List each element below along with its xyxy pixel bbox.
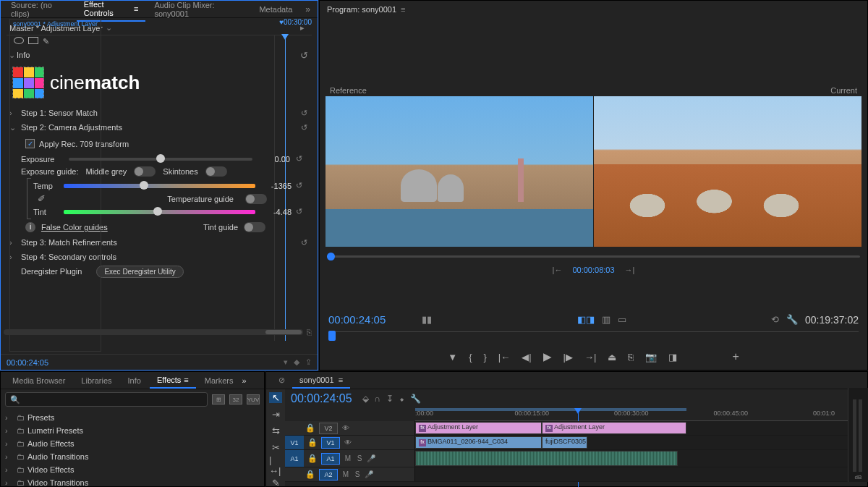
reset-icon[interactable]: ↺	[296, 207, 307, 216]
panel-menu-icon[interactable]: ≡	[401, 5, 405, 14]
voiceover-icon[interactable]: 🎤	[365, 454, 377, 462]
lock-icon[interactable]: 🔒	[304, 423, 317, 433]
lock-icon[interactable]: 🔒	[304, 470, 317, 479]
no-seq-icon[interactable]: ⊘	[271, 376, 292, 385]
sequence-tab[interactable]: sony0001≡	[292, 373, 350, 389]
track-target-v2[interactable]: V2	[319, 423, 338, 434]
exposure-slider[interactable]	[69, 158, 252, 161]
tree-item-lumetri[interactable]: ›🗀Lumetri Presets	[5, 424, 260, 437]
tree-item-presets[interactable]: ›🗀Presets	[5, 411, 260, 424]
slip-tool-icon[interactable]: |↔|	[269, 459, 282, 472]
ec-timecode[interactable]: 00:00:24:05	[7, 358, 48, 367]
mark-out-icon[interactable]: }	[483, 352, 486, 363]
eye-icon[interactable]: 👁	[342, 439, 354, 446]
reset-icon[interactable]: ↺	[296, 181, 307, 190]
audio-meters[interactable]: dB	[848, 388, 868, 482]
tree-item-video-trans[interactable]: ›🗀Video Transitions	[5, 476, 260, 487]
work-area-bar[interactable]	[415, 408, 686, 411]
tab-metadata[interactable]: Metadata	[252, 2, 299, 17]
track-select-tool-icon[interactable]: ⇥	[269, 409, 282, 420]
compare-vertical-icon[interactable]: ▥	[602, 314, 610, 325]
clip-video-2[interactable]: fujiDSCF0305	[542, 436, 587, 449]
step-back-icon[interactable]: ◀|	[522, 352, 531, 363]
comparison-icon[interactable]: ◨	[668, 352, 677, 363]
pen-tool-icon[interactable]: ✎	[269, 478, 282, 487]
tint-thumb[interactable]	[153, 207, 162, 216]
tint-guide-toggle[interactable]	[244, 222, 265, 232]
track-a1-lane[interactable]	[415, 450, 867, 467]
deregister-button[interactable]: Exec Deregister Utility	[96, 266, 183, 278]
add-marker-icon[interactable]: ⬥	[399, 394, 404, 404]
settings-icon[interactable]: 🔧	[410, 394, 421, 404]
clip-audio-1[interactable]	[415, 451, 678, 466]
track-target-v1[interactable]: V1	[321, 437, 340, 449]
step-fwd-icon[interactable]: |▶	[563, 352, 573, 363]
wrench-icon[interactable]: 🔧	[786, 314, 798, 325]
chevron-down-icon[interactable]: ⌄	[106, 23, 112, 33]
program-scrubber[interactable]	[327, 251, 860, 261]
temp-slider[interactable]	[64, 184, 255, 188]
marker-icon[interactable]: ↧	[386, 394, 393, 404]
panel-menu-icon[interactable]: ≡	[134, 4, 138, 13]
fx-badge-yuv-icon[interactable]: YUV	[247, 394, 260, 405]
tab-effects[interactable]: Effects≡	[150, 373, 196, 389]
fit-icon[interactable]: ▮▮	[422, 314, 432, 325]
mute-icon[interactable]: M	[340, 470, 352, 478]
tab-media-browser[interactable]: Media Browser	[5, 373, 72, 388]
current-view[interactable]	[594, 96, 861, 247]
eye-icon[interactable]: 👁	[340, 424, 352, 432]
razor-tool-icon[interactable]: ✂	[269, 442, 282, 453]
skintones-toggle[interactable]	[205, 166, 227, 177]
tint-value[interactable]: -4.48	[260, 208, 292, 216]
track-target-a2[interactable]: A2	[319, 469, 338, 480]
snap-icon[interactable]: ⬙	[362, 394, 369, 404]
go-to-out-icon[interactable]: →|	[584, 352, 596, 363]
extract-icon[interactable]: ⎘	[628, 352, 634, 363]
solo-icon[interactable]: S	[352, 470, 363, 478]
clip-adjustment-1[interactable]: fxAdjustment Layer	[415, 422, 542, 434]
eyedropper-icon[interactable]: ✐	[38, 193, 49, 204]
voiceover-icon[interactable]: 🎤	[363, 470, 375, 478]
tree-item-audio-trans[interactable]: ›🗀Audio Transitions	[5, 450, 260, 463]
filter-icon[interactable]: ▾	[284, 357, 288, 367]
track-target-a1[interactable]: A1	[321, 453, 340, 465]
tree-item-video-fx[interactable]: ›🗀Video Effects	[5, 463, 260, 476]
button-editor-icon[interactable]: +	[732, 350, 739, 363]
export-frame-icon[interactable]: 📷	[645, 352, 657, 363]
go-to-out-icon[interactable]: →|	[625, 266, 635, 274]
temp-guide-toggle[interactable]	[245, 194, 267, 204]
timeline-ruler[interactable]: :00:00 00:00:15:00 00:00:30:00 00:00:45:…	[415, 408, 867, 421]
tab-info[interactable]: Info	[121, 373, 148, 388]
source-patch-a1[interactable]: A1	[285, 450, 304, 467]
tint-slider[interactable]	[64, 210, 255, 214]
program-playhead[interactable]	[328, 331, 336, 341]
panel-overflow-icon[interactable]: »	[301, 4, 315, 14]
tab-libraries[interactable]: Libraries	[74, 373, 119, 388]
fx-badge-32bit-icon[interactable]: 32	[229, 394, 242, 405]
program-ruler[interactable]	[328, 331, 859, 343]
track-v1-lane[interactable]: fxBMGA011_0206-944_C034 fujiDSCF0305	[415, 436, 867, 449]
tab-markers[interactable]: Markers	[197, 373, 241, 388]
solo-icon[interactable]: S	[354, 454, 365, 462]
ripple-tool-icon[interactable]: ⇆	[269, 425, 282, 436]
panel-menu-icon[interactable]: ≡	[184, 376, 188, 384]
reference-view[interactable]	[326, 96, 593, 247]
program-timecode[interactable]: 00:00:24:05	[328, 313, 386, 326]
panel-overflow-icon[interactable]: »	[242, 376, 247, 385]
clip-video-1[interactable]: fxBMGA011_0206-944_C034	[415, 436, 542, 449]
go-to-in-icon[interactable]: |←	[498, 352, 510, 363]
middle-grey-toggle[interactable]	[134, 166, 156, 177]
effects-search-input[interactable]: 🔍	[5, 392, 208, 407]
lock-icon[interactable]: 🔒	[306, 438, 319, 447]
play-icon[interactable]: ▶	[543, 350, 552, 363]
timeline-timecode[interactable]: 00:00:24:05	[291, 392, 352, 405]
track-v2-lane[interactable]: fxAdjustment Layer fxAdjustment Layer	[415, 421, 867, 435]
linked-sel-icon[interactable]: ∩	[375, 394, 381, 404]
scrubber-handle[interactable]	[327, 253, 335, 261]
mute-icon[interactable]: M	[342, 454, 354, 462]
compare-full-icon[interactable]: ▭	[618, 314, 626, 325]
mark-in-icon[interactable]: {	[469, 352, 472, 363]
program-mini-tc[interactable]: 00:00:08:03	[572, 266, 614, 274]
add-marker-icon[interactable]: ▼	[448, 352, 457, 363]
keyframe-nav-icon[interactable]: ◆	[294, 357, 299, 367]
